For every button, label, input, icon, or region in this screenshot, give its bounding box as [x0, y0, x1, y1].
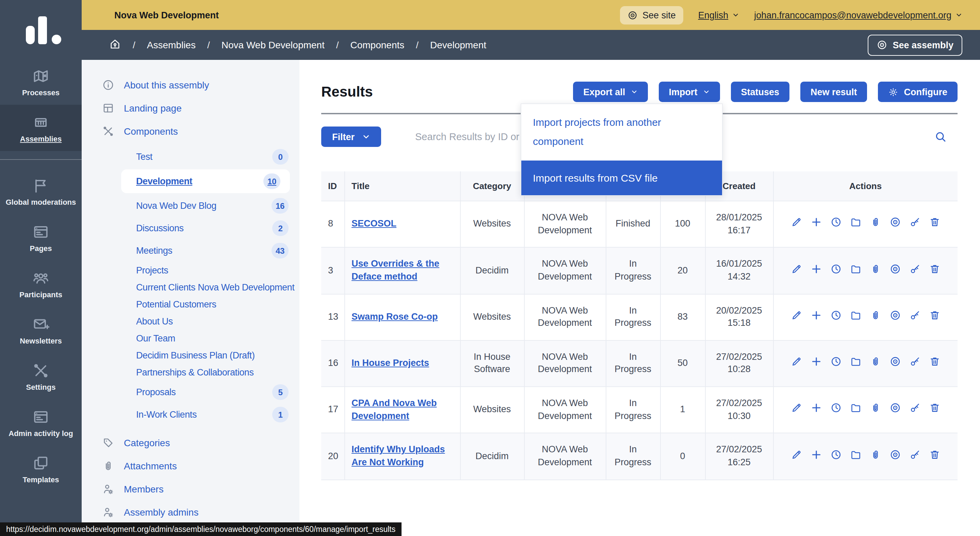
sidebar-item-processes[interactable]: Processes [0, 59, 82, 105]
component-item-about-us[interactable]: About Us [82, 313, 299, 330]
attachments-paperclip-icon[interactable] [870, 263, 881, 278]
folder-icon[interactable] [850, 217, 862, 232]
delete-trash-icon[interactable] [929, 263, 940, 278]
folder-icon[interactable] [850, 309, 862, 325]
component-item-projects[interactable]: Projects [82, 262, 299, 279]
permissions-key-icon[interactable] [909, 356, 921, 371]
permissions-key-icon[interactable] [909, 402, 921, 418]
menu-item-attachments[interactable]: Attachments [82, 454, 299, 477]
component-item-meetings[interactable]: Meetings43 [82, 239, 299, 262]
attachments-paperclip-icon[interactable] [870, 402, 881, 418]
folder-icon[interactable] [850, 449, 862, 464]
permissions-key-icon[interactable] [909, 217, 921, 232]
sidebar-item-participants[interactable]: Participants [0, 260, 82, 307]
menu-item-members[interactable]: Members [82, 477, 299, 501]
attachments-paperclip-icon[interactable] [870, 356, 881, 371]
add-plus-icon[interactable] [811, 356, 822, 371]
component-item-current-clients-nova-web-development[interactable]: Current Clients Nova Web Development [82, 279, 299, 296]
add-plus-icon[interactable] [811, 217, 822, 232]
add-plus-icon[interactable] [811, 402, 822, 418]
result-title-link[interactable]: In House Projects [352, 358, 429, 368]
history-clock-icon[interactable] [830, 217, 842, 232]
result-title-link[interactable]: CPA And Nova Web Development [352, 398, 437, 421]
component-item-decidim-business-plan-draft[interactable]: Decidim Business Plan (Draft) [82, 347, 299, 364]
edit-pencil-icon[interactable] [791, 449, 802, 464]
preview-eye-icon[interactable] [889, 449, 901, 464]
attachments-paperclip-icon[interactable] [870, 217, 881, 232]
folder-icon[interactable] [850, 263, 862, 278]
component-item-in-work-clients[interactable]: In-Work Clients1 [82, 403, 299, 426]
preview-eye-icon[interactable] [889, 263, 901, 278]
filter-button[interactable]: Filter [321, 127, 381, 147]
sidebar-item-pages[interactable]: Pages [0, 214, 82, 260]
menu-item-assembly-admins[interactable]: Assembly admins [82, 501, 299, 524]
preview-eye-icon[interactable] [889, 217, 901, 232]
edit-pencil-icon[interactable] [791, 217, 802, 232]
result-title-link[interactable]: Use Overrides & the Deface method [352, 259, 439, 282]
history-clock-icon[interactable] [830, 356, 842, 371]
menu-item-import-projects[interactable]: Import projects from another component [521, 104, 722, 160]
component-item-development[interactable]: Development10 [121, 170, 290, 193]
user-menu[interactable]: johan.francocampos@novawebdevelopment.or… [754, 10, 962, 20]
history-clock-icon[interactable] [830, 449, 842, 464]
permissions-key-icon[interactable] [909, 263, 921, 278]
result-title-link[interactable]: Swamp Rose Co-op [352, 312, 438, 322]
new-result-button[interactable]: New result [800, 82, 867, 102]
sidebar-item-admin-activity-log[interactable]: Admin activity log [0, 399, 82, 446]
sidebar-item-global-moderations[interactable]: Global moderations [0, 168, 82, 214]
breadcrumb-item-components[interactable]: Components [350, 40, 404, 50]
menu-item-about-this-assembly[interactable]: About this assembly [82, 73, 299, 97]
configure-button[interactable]: Configure [878, 82, 958, 102]
history-clock-icon[interactable] [830, 309, 842, 325]
history-clock-icon[interactable] [830, 402, 842, 418]
result-title-link[interactable]: SECOSOL [352, 219, 396, 229]
sidebar-item-assemblies[interactable]: Assemblies [0, 105, 82, 151]
component-item-potential-customers[interactable]: Potential Customers [82, 296, 299, 313]
menu-item-landing-page[interactable]: Landing page [82, 97, 299, 120]
component-item-partnerships-collaborations[interactable]: Partnerships & Collaborations [82, 364, 299, 381]
menu-item-components[interactable]: Components [82, 120, 299, 143]
result-title-link[interactable]: Identify Why Uploads Are Not Working [352, 444, 445, 467]
breadcrumb-item-development[interactable]: Development [430, 40, 486, 50]
component-item-discussions[interactable]: Discussions2 [82, 217, 299, 239]
preview-eye-icon[interactable] [889, 309, 901, 325]
see-assembly-button[interactable]: See assembly [867, 34, 962, 56]
delete-trash-icon[interactable] [929, 356, 940, 371]
edit-pencil-icon[interactable] [791, 356, 802, 371]
edit-pencil-icon[interactable] [791, 402, 802, 418]
edit-pencil-icon[interactable] [791, 263, 802, 278]
delete-trash-icon[interactable] [929, 402, 940, 418]
see-site-button[interactable]: See site [620, 6, 683, 24]
folder-icon[interactable] [850, 402, 862, 418]
permissions-key-icon[interactable] [909, 309, 921, 325]
component-item-our-team[interactable]: Our Team [82, 330, 299, 347]
add-plus-icon[interactable] [811, 449, 822, 464]
menu-item-categories[interactable]: Categories [82, 431, 299, 454]
attachments-paperclip-icon[interactable] [870, 309, 881, 325]
history-clock-icon[interactable] [830, 263, 842, 278]
breadcrumb-home-link[interactable] [109, 38, 121, 52]
statuses-button[interactable]: Statuses [730, 82, 789, 102]
attachments-paperclip-icon[interactable] [870, 449, 881, 464]
component-item-nova-web-dev-blog[interactable]: Nova Web Dev Blog16 [82, 195, 299, 217]
preview-eye-icon[interactable] [889, 402, 901, 418]
component-item-proposals[interactable]: Proposals5 [82, 381, 299, 403]
language-selector[interactable]: English [698, 10, 740, 20]
edit-pencil-icon[interactable] [791, 309, 802, 325]
export-all-button[interactable]: Export all [573, 82, 648, 102]
menu-item-import-results-csv[interactable]: Import results from CSV file [521, 160, 722, 195]
add-plus-icon[interactable] [811, 263, 822, 278]
folder-icon[interactable] [850, 356, 862, 371]
delete-trash-icon[interactable] [929, 309, 940, 325]
sidebar-item-settings[interactable]: Settings [0, 353, 82, 399]
search-button[interactable] [934, 131, 947, 146]
preview-eye-icon[interactable] [889, 356, 901, 371]
component-item-test[interactable]: Test0 [82, 146, 299, 168]
import-button[interactable]: Import [659, 82, 720, 102]
add-plus-icon[interactable] [811, 309, 822, 325]
delete-trash-icon[interactable] [929, 217, 940, 232]
sidebar-item-newsletters[interactable]: Newsletters [0, 307, 82, 353]
delete-trash-icon[interactable] [929, 449, 940, 464]
breadcrumb-item-assemblies[interactable]: Assemblies [147, 40, 196, 50]
permissions-key-icon[interactable] [909, 449, 921, 464]
